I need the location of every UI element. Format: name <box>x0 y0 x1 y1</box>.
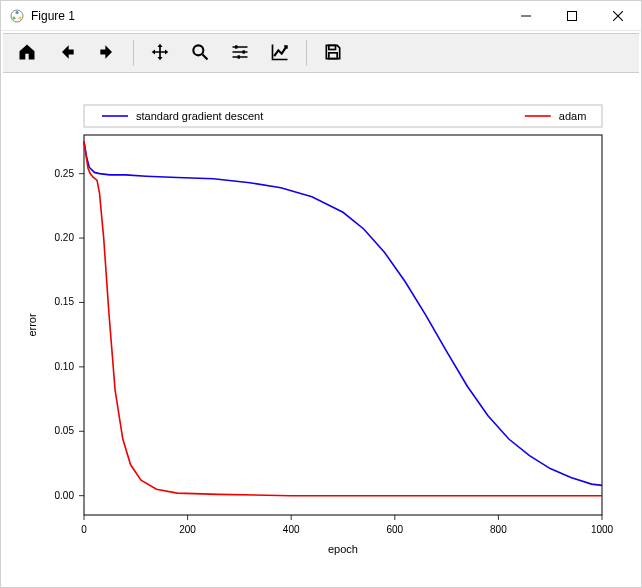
maximize-button[interactable] <box>549 1 595 31</box>
save-icon <box>323 42 343 65</box>
toolbar-separator <box>306 40 307 66</box>
zoom-button[interactable] <box>181 36 219 70</box>
svg-rect-10 <box>329 52 337 58</box>
forward-button[interactable] <box>88 36 126 70</box>
pan-button[interactable] <box>141 36 179 70</box>
legend-label-0: standard gradient descent <box>136 110 263 122</box>
arrow-left-icon <box>57 42 77 65</box>
y-tick-label: 0.00 <box>55 490 75 501</box>
series-line-0 <box>84 141 602 485</box>
home-button[interactable] <box>8 36 46 70</box>
close-button[interactable] <box>595 1 641 31</box>
toolbar <box>3 33 639 73</box>
svg-rect-6 <box>235 45 238 48</box>
configure-subplots-button[interactable] <box>221 36 259 70</box>
minimize-button[interactable] <box>503 1 549 31</box>
save-button[interactable] <box>314 36 352 70</box>
window-title: Figure 1 <box>31 9 75 23</box>
arrow-right-icon <box>97 42 117 65</box>
series-line-1 <box>84 141 602 495</box>
app-icon <box>9 8 25 24</box>
y-tick-label: 0.15 <box>55 296 75 307</box>
svg-point-5 <box>193 45 203 55</box>
chart-line-icon <box>270 42 290 65</box>
toolbar-separator <box>133 40 134 66</box>
y-tick-label: 0.25 <box>55 168 75 179</box>
y-tick-label: 0.20 <box>55 232 75 243</box>
axes-frame <box>84 135 602 515</box>
x-tick-label: 1000 <box>591 524 614 535</box>
x-axis-label: epoch <box>328 543 358 555</box>
y-tick-label: 0.10 <box>55 361 75 372</box>
x-tick-label: 0 <box>81 524 87 535</box>
move-icon <box>150 42 170 65</box>
x-tick-label: 600 <box>386 524 403 535</box>
svg-point-3 <box>12 16 15 19</box>
home-icon <box>17 42 37 65</box>
svg-rect-9 <box>329 45 336 49</box>
window-titlebar: Figure 1 <box>1 1 641 31</box>
sliders-icon <box>230 42 250 65</box>
svg-point-2 <box>18 16 21 19</box>
y-tick-label: 0.05 <box>55 425 75 436</box>
chart: 020040060080010000.000.050.100.150.200.2… <box>2 74 640 586</box>
edit-params-button[interactable] <box>261 36 299 70</box>
svg-rect-4 <box>568 11 577 20</box>
y-axis-label: error <box>26 313 38 337</box>
x-tick-label: 200 <box>179 524 196 535</box>
legend-label-1: adam <box>559 110 587 122</box>
svg-point-1 <box>15 10 18 13</box>
svg-rect-8 <box>238 55 241 58</box>
x-tick-label: 400 <box>283 524 300 535</box>
zoom-icon <box>190 42 210 65</box>
plot-canvas[interactable]: 020040060080010000.000.050.100.150.200.2… <box>2 74 640 586</box>
back-button[interactable] <box>48 36 86 70</box>
x-tick-label: 800 <box>490 524 507 535</box>
svg-rect-7 <box>243 50 246 53</box>
